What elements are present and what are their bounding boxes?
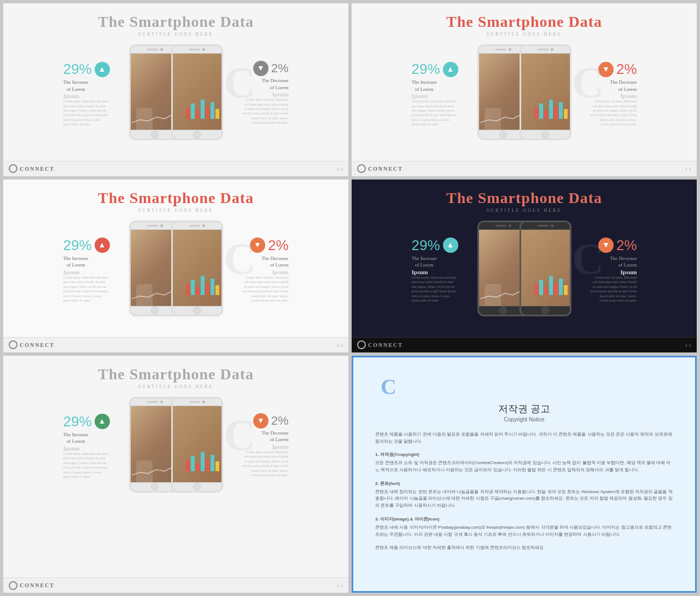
hb6: [193, 306, 201, 314]
rlb4: Ipsum: [621, 269, 637, 275]
copyright-title-1: 1. 저작권(©copyright): [375, 452, 673, 459]
connect-logo-4: CONNECT: [357, 340, 403, 349]
ln3: 29%: [63, 237, 92, 254]
copyright-section-4: 콘텐츠 제품 라이선스에 대한 자세한 출처에서 위한 기법에 콘텐츠라이선스 …: [375, 545, 673, 552]
right-circle: ▼: [253, 61, 269, 76]
slide-3-content: 29% ▲ The Increaseof Lorem Ipsum Lorem i…: [14, 221, 337, 316]
connect-text-3: CONNECT: [20, 342, 55, 348]
slide-4-content: 29% ▲ The Increaseof Lorem Ipsum Lorem i…: [363, 221, 686, 316]
llorem4: Lorem ipsum. Maecenas sed diam eget risu…: [412, 275, 458, 303]
slide-5-phones: [129, 397, 223, 493]
pt4: [521, 46, 570, 54]
ca10: [202, 401, 205, 403]
connect-text-2: CONNECT: [368, 166, 403, 172]
sp8: [538, 225, 549, 227]
connect-logo-3: CONNECT: [9, 340, 55, 349]
ll4: The Increaseof Lorem: [412, 255, 437, 269]
copyright-c-logo: C: [381, 374, 396, 400]
slide-3-left-stat: 29% ▲ The Increaseof Lorem Ipsum Lorem i…: [63, 221, 124, 303]
srr5: ▼ 2%: [253, 413, 289, 429]
rl4: The Decreaseof Lorem: [610, 255, 637, 269]
slide-4-footer: CONNECT ‹ ›: [352, 337, 697, 352]
hb3: [499, 131, 507, 138]
connect-circle-3: [9, 340, 18, 349]
srl4: 29% ▲: [412, 237, 458, 254]
mc5: [186, 452, 219, 471]
hb10: [193, 483, 201, 490]
ca5: [160, 224, 163, 227]
ca3: [509, 48, 511, 51]
slide-5: The Smartphone Data SUBTITLE GOES HERE C…: [3, 356, 348, 593]
ph8: [521, 306, 570, 315]
ph10: [173, 482, 221, 491]
slide-1-subtitle: SUBTITLE GOES HERE: [138, 32, 214, 37]
slide-2-left-stat: 29% ▲ The Increaseof Lorem Ipsum Lorem i…: [412, 44, 472, 127]
slide-2-phones: [477, 44, 571, 140]
right-lorem-bold: Ipsum: [272, 91, 289, 97]
left-number: 29%: [63, 61, 92, 78]
copyright-section-3: 3. 이미지(image) & 아이콘(icon) 콘텐츠 내에 사용 이미지/…: [375, 516, 673, 538]
slide-4-subtitle: SUBTITLE GOES HERE: [487, 208, 562, 213]
footer-arrows-5[interactable]: ‹ ›: [337, 581, 343, 589]
rn2: 2%: [616, 61, 637, 78]
phone-right-2: [520, 44, 571, 140]
camera-2: [202, 48, 205, 51]
connect-circle-4: [357, 340, 366, 349]
footer-arrows-3[interactable]: ‹ ›: [337, 341, 343, 349]
phone-home-2: [173, 130, 221, 138]
copyright-section-0: 콘텐츠 제품을 사용하기 전에 다음의 발표로 포함을을 자세히 읽어 주시기 …: [375, 431, 673, 445]
slide-3-subtitle: SUBTITLE GOES HERE: [138, 208, 214, 213]
slide-2-subtitle: SUBTITLE GOES HERE: [487, 32, 562, 37]
slide-1-left-stat: 29% ▲ The Increaseof Lorem Ipsum Lorem i…: [63, 44, 124, 127]
rlorem2: Lorem dolor sit amet. Maecenas sed diam …: [591, 99, 637, 126]
slide-2-footer: CONNECT ‹ ›: [352, 161, 697, 176]
ps6: [173, 230, 221, 306]
slide-3: The Smartphone Data SUBTITLE GOES HERE C…: [3, 180, 348, 352]
slide-5-title: The Smartphone Data: [98, 366, 254, 383]
rl2: The Decreaseof Lorem: [610, 79, 637, 92]
sp10: [189, 401, 200, 403]
rl3: The Decreaseof Lorem: [261, 255, 288, 269]
ln5: 29%: [63, 413, 92, 430]
rlorem5: Lorem dolor sit amet. Maecenas sed diam …: [242, 450, 289, 477]
ph4: [521, 130, 570, 138]
ca8: [551, 224, 553, 227]
mc2: [534, 100, 568, 119]
left-lorem-2: Lorem ipsum. Maecenas sed diam eget risu…: [412, 99, 458, 126]
phone-screen-right: [173, 54, 221, 130]
hb4: [541, 131, 549, 138]
rc5: ▼: [253, 413, 269, 429]
footer-arrows-2[interactable]: ‹ ›: [685, 165, 691, 173]
rlb3: Ipsum: [272, 269, 289, 275]
footer-arrows-4[interactable]: ‹ ›: [685, 341, 691, 349]
stat-row-left: 29% ▲: [63, 61, 110, 78]
rlb5: Ipsum: [272, 443, 289, 450]
phone-right-3: [171, 221, 223, 316]
connect-logo-5: CONNECT: [9, 581, 55, 590]
connect-circle-2: [357, 164, 366, 173]
footer-arrows-1[interactable]: ‹ ›: [337, 165, 343, 173]
phone-top-2: [173, 46, 221, 54]
slide-3-phones: [129, 221, 223, 316]
hb9: [151, 483, 159, 490]
connect-logo-1: CONNECT: [9, 164, 55, 173]
lc5: ▲: [95, 414, 110, 429]
copyright-text-0: 콘텐츠 제품을 사용하기 전에 다음의 발표로 포함을을 자세히 읽어 주시기 …: [375, 431, 673, 445]
slide-1-right-stat: ▼ 2% The Decreaseof Lorem Ipsum Lorem do…: [229, 44, 289, 125]
slide-5-content: 29% ▲ The Increaseof Lorem Ipsum Lorem i…: [14, 397, 337, 493]
lc4: ▲: [443, 238, 458, 253]
rc3: ▼: [250, 238, 265, 253]
ps10: [173, 406, 221, 482]
left-circle: ▲: [95, 62, 110, 77]
camera: [160, 48, 163, 51]
slide-2: The Smartphone Data SUBTITLE GOES HERE C…: [352, 3, 697, 176]
llb3: Ipsum: [63, 269, 80, 275]
rlorem3: Lorem dolor sit amet. Maecenas sed diam …: [242, 275, 289, 303]
mc3: [186, 276, 219, 295]
rc2: ▼: [598, 62, 614, 77]
rn3: 2%: [268, 237, 289, 254]
lc3: ▲: [95, 238, 110, 253]
ln4: 29%: [412, 237, 440, 254]
connect-text-5: CONNECT: [20, 582, 55, 588]
rl5: The Decreaseof Lorem: [261, 430, 288, 443]
